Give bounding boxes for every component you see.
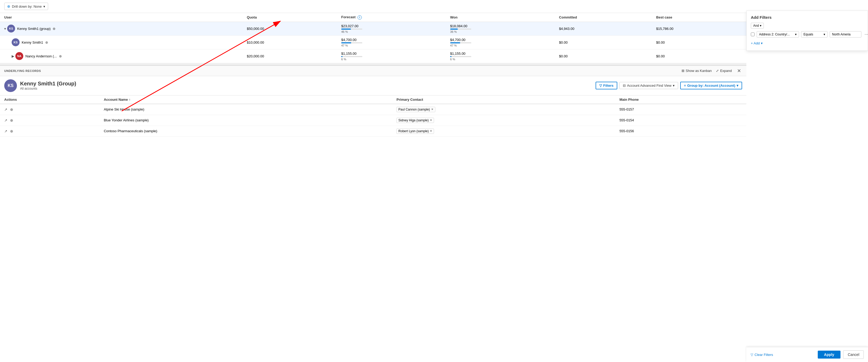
filter-field-select[interactable]: Address 2: Country/... ▾ — [757, 31, 799, 38]
open-icon-2[interactable]: ↗ — [4, 118, 7, 123]
col-quota: Quota — [243, 13, 337, 22]
avatar-ks-group: KS — [7, 25, 15, 33]
open-icon-1[interactable]: ↗ — [4, 107, 7, 111]
filter-more-button[interactable]: ··· — [864, 31, 868, 37]
won-bar-2 — [450, 42, 471, 43]
col-user: User — [0, 13, 243, 22]
underlying-actions: ⊞ Show as Kanban ⤢ Expand ✕ — [682, 68, 742, 74]
won-bar-1 — [450, 29, 471, 30]
forecast-bar-1 — [341, 29, 362, 30]
table-row: ↗ ⊕ Alpine Ski House (sample) Paul Canno… — [0, 104, 746, 115]
avatar-ks-sub: KS — [12, 38, 20, 46]
won-2: $4,700.00 47 % — [446, 35, 555, 49]
expand-button[interactable]: ⤢ Expand — [716, 69, 732, 73]
collapse-icon-1[interactable]: ▾ — [4, 27, 6, 31]
filters-panel-title: Add Filters — [751, 15, 864, 20]
contact-tag-2: Sidney Higa (sample) ✕ — [397, 118, 434, 123]
drill-down-label: Drill down by: None — [12, 4, 42, 8]
table-row: ↗ ⊕ Contoso Pharmaceuticals (sample) Rob… — [0, 126, 746, 136]
expand-label: Expand — [720, 69, 732, 73]
show-as-kanban-button[interactable]: ⊞ Show as Kanban — [682, 69, 712, 73]
filter-operator-select[interactable]: Equals ▾ — [801, 31, 828, 38]
drill-down-button[interactable]: ⊕ Drill down by: None ▾ — [4, 3, 48, 10]
filter-operator-chevron-icon: ▾ — [824, 33, 825, 36]
filter-value-input[interactable]: North Ameria — [830, 31, 861, 38]
phone-1: 555-0157 — [615, 104, 746, 115]
quota-1: $50,000.00 — [243, 22, 337, 35]
filters-panel-inner: Add Filters And ▾ Address 2: Country/...… — [746, 10, 868, 51]
committed-1: $4,943.00 — [555, 22, 652, 35]
view-label: Account Advanced Find View — [627, 84, 672, 88]
account-name-2: Blue Yonder Airlines (sample) — [99, 115, 392, 126]
forecast-user-cell-2: KS Kenny Smith1 ⊕ — [0, 35, 243, 49]
and-label: And — [753, 24, 759, 28]
col-forecast: Forecast i — [337, 13, 446, 22]
filters-label: Filters — [603, 84, 614, 88]
col-account-name: Account Name ↑ — [99, 95, 392, 104]
forecast-user-cell-3: ▶ NA Nancy Anderrson (... ⊕ — [0, 49, 243, 63]
add-icon-2[interactable]: ⊕ — [10, 118, 13, 123]
phone-3: 555-0156 — [615, 126, 746, 136]
group-avatar: KS — [4, 79, 17, 92]
filter-value-text: North Ameria — [832, 33, 850, 36]
underlying-title: UNDERLYING RECORDS — [4, 69, 41, 72]
contact-tag-remove-2[interactable]: ✕ — [430, 119, 432, 122]
user-icon-3: ⊕ — [59, 54, 62, 58]
contact-3: Robert Lyon (sample) ✕ — [392, 126, 615, 136]
table-row: ↗ ⊕ Blue Yonder Airlines (sample) Sidney… — [0, 115, 746, 126]
user-name-2: Kenny Smith1 — [22, 40, 43, 44]
contact-1: Paul Cannon (sample) ✕ — [392, 104, 615, 115]
drill-down-bar: ⊕ Drill down by: None ▾ — [0, 0, 746, 13]
forecast-bar-2 — [341, 42, 362, 43]
view-chevron-icon: ▾ — [673, 84, 675, 88]
add-filter-label: + Add — [751, 41, 760, 45]
forecast-3: $1,155.00 6 % — [337, 49, 446, 63]
drill-down-chevron: ▾ — [43, 4, 45, 8]
contact-tag-remove-3[interactable]: ✕ — [430, 129, 432, 133]
close-button[interactable]: ✕ — [736, 68, 742, 74]
group-header: KS Kenny Smith1 (Group) All accounts ▽ F… — [0, 76, 746, 95]
cancel-button[interactable]: Cancel — [843, 350, 864, 359]
user-name-1: Kenny Smith1 (group) — [17, 27, 51, 31]
filter-checkbox-1[interactable] — [751, 33, 754, 36]
bestcase-1: $15,786.00 — [652, 22, 746, 35]
underlying-section: UNDERLYING RECORDS ⊞ Show as Kanban ⤢ Ex… — [0, 65, 746, 137]
filter-row-1: Address 2: Country/... ▾ Equals ▾ North … — [751, 31, 864, 38]
drill-down-icon: ⊕ — [7, 4, 10, 8]
forecast-row-sub-1: KS Kenny Smith1 ⊕ $10,000.00 $4,700.00 — [0, 35, 746, 49]
add-icon-1[interactable]: ⊕ — [10, 107, 13, 111]
scroll-bar[interactable] — [0, 63, 746, 65]
groupby-label: Group by: Account (Account) — [687, 84, 735, 88]
forecast-info-icon[interactable]: i — [358, 15, 362, 20]
group-toolbar: ▽ Filters ⊟ Account Advanced Find View ▾… — [596, 82, 742, 89]
clear-filters-button[interactable]: ▽ Clear Filters — [751, 353, 773, 357]
add-filter-button[interactable]: + Add ▾ — [751, 40, 763, 46]
avatar-na: NA — [16, 52, 23, 60]
view-selector-button[interactable]: ⊟ Account Advanced Find View ▾ — [619, 82, 678, 89]
forecast-row-sub-2: ▶ NA Nancy Anderrson (... ⊕ $20,000.00 $… — [0, 49, 746, 63]
account-name-1: Alpine Ski House (sample) — [99, 104, 392, 115]
won-3: $1,155.00 6 % — [446, 49, 555, 63]
open-icon-3[interactable]: ↗ — [4, 129, 7, 133]
forecast-table: User Quota Forecast i Won Committed Best… — [0, 13, 746, 63]
filter-field-chevron-icon: ▾ — [795, 33, 797, 36]
col-actions: Actions — [0, 95, 99, 104]
and-dropdown[interactable]: And ▾ — [751, 23, 764, 29]
groupby-button[interactable]: ≡ Group by: Account (Account) ▾ — [680, 82, 742, 89]
underlying-header: UNDERLYING RECORDS ⊞ Show as Kanban ⤢ Ex… — [0, 66, 746, 76]
contact-tag-remove-1[interactable]: ✕ — [431, 108, 433, 111]
expand-icon-na[interactable]: ▶ — [12, 54, 14, 58]
filters-button[interactable]: ▽ Filters — [596, 82, 617, 89]
add-icon-3[interactable]: ⊕ — [10, 129, 13, 133]
apply-button[interactable]: Apply — [818, 351, 841, 359]
filter-icon: ▽ — [599, 84, 602, 88]
groupby-chevron-icon: ▾ — [737, 84, 738, 88]
forecast-bar-3 — [341, 56, 362, 57]
user-icon-1: ⊕ — [53, 27, 56, 31]
clear-filters-label: Clear Filters — [754, 353, 773, 357]
group-name: Kenny Smith1 (Group) — [20, 80, 592, 87]
forecast-user-cell-1: ▾ KS Kenny Smith1 (group) ⊕ — [0, 22, 243, 35]
forecast-1: $23,027.00 46 % — [337, 22, 446, 35]
kanban-icon: ⊞ — [682, 69, 684, 73]
user-icon-2: ⊕ — [45, 40, 48, 44]
